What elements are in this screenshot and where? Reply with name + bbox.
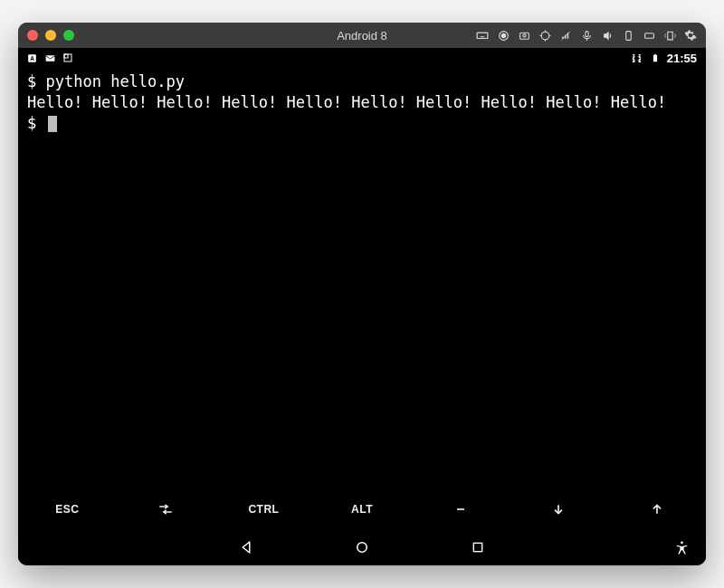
nav-recents-button[interactable] [470,539,486,555]
svg-point-10 [541,32,549,40]
location-icon[interactable] [538,29,551,42]
mac-titlebar: Android 8 [18,23,706,48]
svg-rect-25 [64,54,68,58]
record-icon[interactable] [497,29,510,42]
svg-rect-23 [45,55,54,62]
svg-point-7 [501,33,505,37]
clock: 21:55 [667,52,697,65]
mail-icon [43,52,56,64]
android-nav-bar [18,529,706,565]
svg-point-9 [522,33,525,36]
svg-point-31 [357,543,367,553]
svg-rect-27 [654,54,656,55]
key-minus[interactable] [411,502,510,517]
svg-rect-0 [477,33,488,38]
key-esc[interactable]: ESC [18,503,117,516]
zoom-button[interactable] [63,30,74,41]
minimize-button[interactable] [45,30,56,41]
svg-rect-8 [519,33,529,39]
traffic-lights [27,30,74,41]
extra-keys-row: ESC CTRL ALT [18,489,706,529]
microphone-icon[interactable] [580,29,593,42]
settings-icon[interactable] [684,29,697,42]
svg-text:A: A [30,54,34,61]
expand-icon [631,52,643,64]
svg-rect-20 [644,33,653,37]
key-tab[interactable] [117,501,215,517]
key-arrow-up[interactable] [607,502,706,517]
cellular-icon[interactable] [559,29,572,42]
volume-icon[interactable] [601,29,614,42]
svg-rect-19 [625,31,630,40]
terminal[interactable]: $ python hello.py Hello! Hello! Hello! H… [18,68,706,489]
close-button[interactable] [27,30,38,41]
svg-marker-18 [604,32,607,39]
key-ctrl[interactable]: CTRL [214,503,313,516]
rotate-landscape-icon[interactable] [643,29,655,42]
svg-rect-32 [473,543,481,551]
command-text: python hello.py [46,72,186,90]
android-status-bar[interactable]: A 21:55 [18,48,706,68]
battery-icon [649,52,662,64]
key-arrow-down[interactable] [510,502,608,517]
app-icon [62,52,74,64]
output-text: Hello! Hello! Hello! Hello! Hello! Hello… [27,93,666,111]
key-alt[interactable]: ALT [313,503,412,516]
nav-home-button[interactable] [354,539,370,555]
notification-icon: A [25,52,38,64]
nav-back-button[interactable] [238,539,254,555]
accessibility-icon[interactable] [673,539,690,555]
svg-rect-16 [585,31,587,36]
prompt: $ [27,72,36,90]
emulator-window: Android 8 [18,23,706,565]
screenshot-icon[interactable] [518,29,530,42]
cursor [48,116,57,132]
keyboard-icon[interactable] [476,29,489,42]
rotate-portrait-icon[interactable] [622,29,634,42]
svg-point-33 [681,541,683,544]
emulator-toolbar [476,29,697,42]
prompt: $ [27,114,36,132]
shake-icon[interactable] [663,29,676,42]
svg-rect-26 [653,55,657,62]
